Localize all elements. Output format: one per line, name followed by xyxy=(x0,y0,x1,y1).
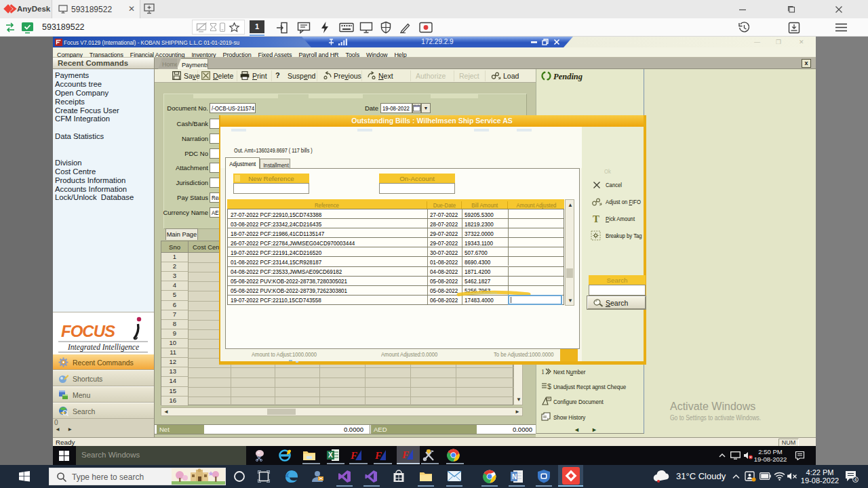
recent-command-item[interactable]: Accounts tree xyxy=(55,80,153,89)
grid-horizontal-scrollbar[interactable]: ◄ ► xyxy=(161,407,523,416)
date-field[interactable]: 19-08-2022 xyxy=(380,103,412,113)
recent-command-item[interactable]: Payments xyxy=(55,71,153,80)
bill-row[interactable]: 03-08-2022 PCF:23342,24CD216435 28-07-20… xyxy=(227,218,564,228)
bill-amount-adjusted-cell[interactable] xyxy=(508,228,564,237)
configure-document-command[interactable]: Configure Document xyxy=(553,398,604,405)
tray-chevron-icon[interactable] xyxy=(732,474,740,479)
grid-row-number[interactable]: 15 xyxy=(161,387,189,396)
show-history-command[interactable]: Show History xyxy=(553,413,585,421)
next-number-command[interactable]: Next Number xyxy=(553,368,585,375)
next-button[interactable]: Next xyxy=(367,71,399,81)
bill-row[interactable]: 19-07-2022 PCF:22191,24CD216520 30-07-20… xyxy=(227,247,564,257)
dialog-search-button[interactable]: Search xyxy=(587,296,646,309)
grid-row-number[interactable]: 4 xyxy=(161,281,189,291)
grid-row-number[interactable]: 7 xyxy=(161,310,189,320)
rdp-minimize-icon[interactable] xyxy=(531,41,537,44)
scroll-down-icon[interactable]: ▼ xyxy=(568,297,573,304)
scroll-up-icon[interactable]: ▲ xyxy=(568,201,573,209)
unadjust-command[interactable]: Unadjust Recpt agnst Cheque xyxy=(553,383,626,390)
chrome-icon[interactable] xyxy=(483,470,496,483)
focus-taskbar-icon-active[interactable]: F xyxy=(397,446,420,463)
recent-command-item[interactable] xyxy=(55,123,153,132)
grid-row-number[interactable]: 5 xyxy=(161,291,189,300)
user-rdp-icon[interactable] xyxy=(311,470,324,483)
scroll-right-icon[interactable]: ► xyxy=(515,408,520,415)
recent-command-item[interactable]: Lock/Unlock Database xyxy=(55,193,153,202)
rdp-close-icon[interactable] xyxy=(553,39,560,45)
suspend-button[interactable]: ? Suspend xyxy=(275,71,328,81)
local-clock[interactable]: 4:22 PM19-08-2022 xyxy=(800,468,840,485)
ok-button[interactable]: Ok xyxy=(604,167,611,175)
nav-search-button[interactable]: Search xyxy=(53,403,154,419)
bill-row[interactable]: 18-07-2022 PCF:21986,41CD1135147 29-07-2… xyxy=(227,228,564,238)
monitor-1-button[interactable]: 1 xyxy=(250,20,264,33)
edge-icon[interactable] xyxy=(285,470,298,483)
cortana-icon[interactable] xyxy=(233,470,245,483)
remote-tray-display-icon[interactable] xyxy=(730,451,741,460)
folder-icon[interactable] xyxy=(419,471,433,482)
scroll-thumb[interactable] xyxy=(566,268,573,278)
col-due-date[interactable]: Due-Date xyxy=(427,201,461,209)
session-address[interactable]: 593189522 xyxy=(42,22,85,32)
authorize-button[interactable]: Authorize xyxy=(416,71,450,81)
bill-amount-adjusted-cell[interactable] xyxy=(508,238,564,247)
tab-installment[interactable]: Installment xyxy=(260,159,290,169)
recent-command-item[interactable]: Open Company xyxy=(55,89,153,98)
tray-contact-icon[interactable] xyxy=(745,471,756,482)
tab-payments[interactable]: Payments xyxy=(177,58,208,69)
scroll-thumb[interactable] xyxy=(267,409,296,415)
recent-command-item[interactable]: Products Information xyxy=(55,176,153,185)
weather-cloud-icon[interactable] xyxy=(653,470,671,483)
recent-command-item[interactable]: Division xyxy=(55,159,153,167)
search-highlight-image[interactable] xyxy=(172,468,225,485)
bill-amount-adjusted-cell[interactable] xyxy=(508,209,564,218)
onenote-icon[interactable]: N xyxy=(510,470,524,483)
recent-command-item[interactable]: Cost Centre xyxy=(55,167,153,176)
recent-command-item[interactable]: CFM Integration xyxy=(55,115,153,123)
maximize-window-button[interactable] xyxy=(787,5,796,14)
grid-row-number[interactable]: 8 xyxy=(161,320,189,329)
pick-amount-button[interactable]: Pick Amount xyxy=(606,215,635,222)
focus-taskbar-icon[interactable]: F xyxy=(350,449,363,462)
remote-chrome-icon[interactable] xyxy=(447,449,460,462)
grid-row-number[interactable]: 1 xyxy=(161,253,189,262)
mail-icon[interactable] xyxy=(447,470,462,482)
col-bill-amount[interactable]: Bill Amount xyxy=(461,201,507,209)
nav-shortcuts-button[interactable]: Shortcuts xyxy=(53,370,154,386)
panel-prev-arrow[interactable]: ◄ xyxy=(574,426,580,433)
reject-button[interactable]: Reject xyxy=(459,71,486,81)
actions-icon[interactable] xyxy=(320,21,330,34)
file-explorer-icon[interactable] xyxy=(302,450,316,461)
remote-start-button[interactable] xyxy=(59,451,69,461)
new-session-button[interactable] xyxy=(144,3,156,14)
focus-taskbar-icon[interactable]: F xyxy=(374,449,388,462)
menu-icon[interactable] xyxy=(835,22,848,33)
grid-row-number[interactable]: 6 xyxy=(161,301,189,310)
battery-icon[interactable] xyxy=(760,472,771,480)
chat-icon[interactable] xyxy=(297,22,311,34)
remote-search-box[interactable]: Search Windows xyxy=(76,446,246,465)
remote-notification-icon[interactable] xyxy=(795,451,805,460)
rdp-connection-bar[interactable]: 172.29.2.9 xyxy=(302,37,573,47)
accept-files-icon[interactable] xyxy=(788,22,800,34)
bills-scrollbar[interactable]: ▲ ▼ xyxy=(565,199,574,306)
focus-restore-button[interactable]: ❐ xyxy=(776,39,781,45)
load-button[interactable]: Load xyxy=(491,71,522,81)
store-icon[interactable] xyxy=(392,470,406,483)
display-icon[interactable] xyxy=(359,22,373,33)
session-tab[interactable]: 593189522 ✕ xyxy=(52,0,140,18)
grid-row-number[interactable]: 16 xyxy=(161,396,189,406)
grid-row-number[interactable]: 12 xyxy=(161,358,189,367)
calendar-icon[interactable] xyxy=(412,103,421,113)
visual-studio-icon[interactable] xyxy=(338,470,351,483)
bill-amount-adjusted-cell[interactable] xyxy=(508,277,564,285)
print-button[interactable]: Print xyxy=(240,71,277,81)
permissions-icon[interactable] xyxy=(380,21,391,34)
remote-tray-chevron-icon[interactable] xyxy=(719,453,726,458)
favorite-star-icon[interactable] xyxy=(229,22,240,33)
weather-label[interactable]: 31°C Cloudy xyxy=(676,471,726,481)
remote-clock[interactable]: 2:50 PM19-08-2022 xyxy=(751,448,789,463)
anydesk-taskbar-slot[interactable] xyxy=(558,465,583,487)
bill-amount-adjusted-cell[interactable] xyxy=(508,257,564,266)
grid-row-number[interactable]: 3 xyxy=(161,272,189,281)
